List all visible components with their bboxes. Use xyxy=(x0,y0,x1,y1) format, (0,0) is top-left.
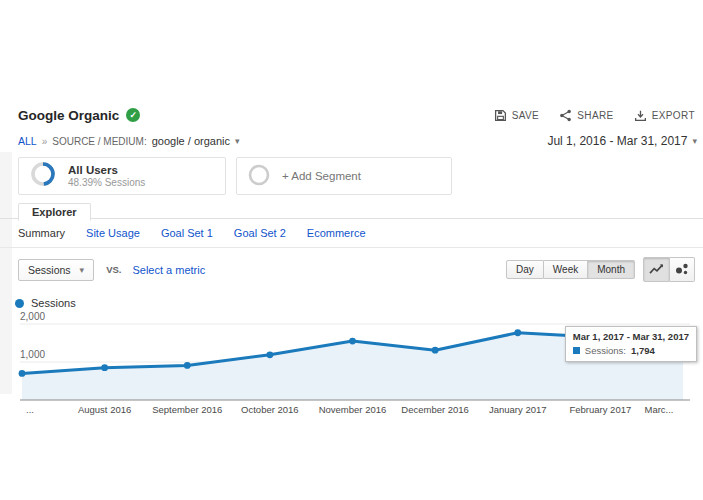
breadcrumb-dimension-label: SOURCE / MEDIUM: xyxy=(52,136,146,147)
svg-text:August 2016: August 2016 xyxy=(78,404,131,415)
segment-subtitle: 48.39% Sessions xyxy=(68,177,145,188)
breadcrumb-separator: » xyxy=(42,136,48,147)
date-range-selector[interactable]: Jul 1, 2016 - Mar 31, 2017 ▾ xyxy=(547,134,697,148)
subtab-goal-set-1[interactable]: Goal Set 1 xyxy=(161,227,213,239)
metric-row: Sessions ▾ VS. Select a metric Day Week … xyxy=(0,248,703,286)
analytics-report-page: Google Organic ✓ SAVE SHARE EXPORT xyxy=(0,0,703,500)
report-header: Google Organic ✓ SAVE SHARE EXPORT xyxy=(0,100,703,130)
subtab-site-usage[interactable]: Site Usage xyxy=(86,227,140,239)
breadcrumb: ALL » SOURCE / MEDIUM: google / organic … xyxy=(18,135,240,147)
report-content: Google Organic ✓ SAVE SHARE EXPORT xyxy=(0,100,703,437)
line-chart-type-button[interactable] xyxy=(643,257,670,282)
granularity-week-button[interactable]: Week xyxy=(544,260,588,279)
save-button[interactable]: SAVE xyxy=(494,109,540,122)
svg-text:December 2016: December 2016 xyxy=(401,404,469,415)
share-button[interactable]: SHARE xyxy=(559,109,613,122)
date-range-caret-icon: ▾ xyxy=(692,136,697,146)
page-title: Google Organic xyxy=(18,108,119,123)
legend-label: Sessions xyxy=(31,297,76,309)
motion-chart-icon xyxy=(675,261,689,279)
toolbar-row: ALL » SOURCE / MEDIUM: google / organic … xyxy=(0,130,703,152)
segment-donut-icon xyxy=(29,160,57,192)
tooltip-series-swatch xyxy=(573,347,580,354)
segment-text: All Users 48.39% Sessions xyxy=(68,164,145,188)
subtab-goal-set-2[interactable]: Goal Set 2 xyxy=(234,227,286,239)
share-button-label: SHARE xyxy=(577,110,613,121)
explorer-tab-row: Explorer xyxy=(0,203,703,219)
segment-all-users[interactable]: All Users 48.39% Sessions xyxy=(18,157,226,195)
granularity-toggle: Day Week Month xyxy=(506,260,635,279)
svg-text:October 2016: October 2016 xyxy=(241,404,299,415)
add-segment-button[interactable]: + Add Segment xyxy=(236,157,452,195)
svg-text:November 2016: November 2016 xyxy=(319,404,387,415)
subtabs-row: Summary Site Usage Goal Set 1 Goal Set 2… xyxy=(0,219,703,248)
date-range-label: Jul 1, 2016 - Mar 31, 2017 xyxy=(547,134,687,148)
tab-explorer[interactable]: Explorer xyxy=(18,203,91,221)
sessions-chart: 1,0002,000...August 2016September 2016Oc… xyxy=(0,312,703,437)
verified-badge-icon: ✓ xyxy=(126,108,140,122)
export-button[interactable]: EXPORT xyxy=(634,109,695,122)
breadcrumb-caret-icon[interactable]: ▾ xyxy=(235,136,240,146)
svg-text:...: ... xyxy=(26,404,34,415)
legend-dot xyxy=(15,299,24,308)
granularity-day-button[interactable]: Day xyxy=(506,260,544,279)
chart-legend: Sessions xyxy=(0,286,703,312)
segment-title: All Users xyxy=(68,164,145,176)
add-segment-circle-icon xyxy=(247,163,271,189)
tooltip-series-label: Sessions: xyxy=(585,345,626,356)
save-icon xyxy=(494,109,507,122)
subtab-summary[interactable]: Summary xyxy=(18,227,65,239)
svg-text:1,000: 1,000 xyxy=(20,349,45,360)
tooltip-title: Mar 1, 2017 - Mar 31, 2017 xyxy=(573,331,689,342)
granularity-month-button[interactable]: Month xyxy=(588,260,635,279)
select-a-metric-link[interactable]: Select a metric xyxy=(132,264,205,276)
breadcrumb-dimension-value: google / organic xyxy=(152,135,230,147)
chart-type-toggle xyxy=(643,257,695,282)
tooltip-row: Sessions: 1,794 xyxy=(573,345,689,356)
metric-dropdown[interactable]: Sessions ▾ xyxy=(18,259,94,281)
metric-dropdown-value: Sessions xyxy=(28,264,71,276)
chart-controls: Day Week Month xyxy=(506,257,695,282)
export-button-label: EXPORT xyxy=(652,110,695,121)
share-icon xyxy=(559,109,572,122)
tooltip-value: 1,794 xyxy=(631,345,655,356)
add-segment-label: + Add Segment xyxy=(282,170,361,182)
chart-tooltip: Mar 1, 2017 - Mar 31, 2017 Sessions: 1,7… xyxy=(565,326,697,362)
svg-text:February 2017: February 2017 xyxy=(569,404,631,415)
vs-label: VS. xyxy=(106,264,121,275)
metric-dropdown-caret-icon: ▾ xyxy=(80,265,85,275)
export-icon xyxy=(634,109,647,122)
subtab-ecommerce[interactable]: Ecommerce xyxy=(307,227,366,239)
header-actions: SAVE SHARE EXPORT xyxy=(494,109,695,122)
svg-text:January 2017: January 2017 xyxy=(489,404,547,415)
motion-chart-type-button[interactable] xyxy=(670,257,695,282)
segments-row: All Users 48.39% Sessions + Add Segment xyxy=(18,157,695,195)
svg-text:2,000: 2,000 xyxy=(20,312,45,322)
svg-text:September 2016: September 2016 xyxy=(152,404,222,415)
save-button-label: SAVE xyxy=(512,110,540,121)
breadcrumb-all-link[interactable]: ALL xyxy=(18,135,37,147)
svg-text:Marc...: Marc... xyxy=(644,404,673,415)
line-chart-icon xyxy=(649,261,664,279)
